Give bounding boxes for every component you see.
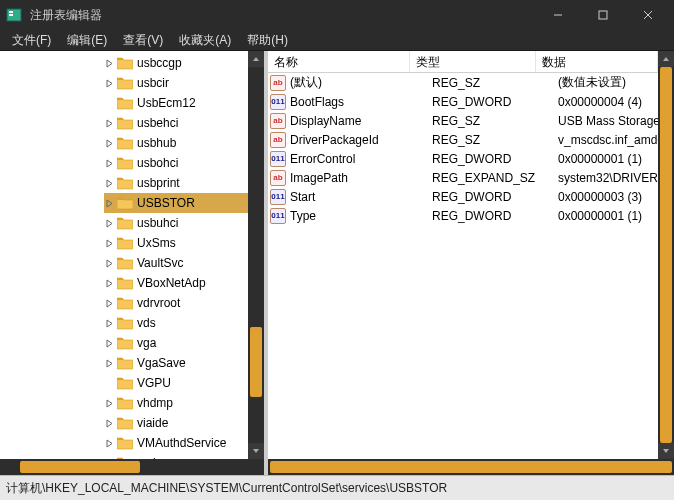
- list-pane: 名称 类型 数据 ab(默认)REG_SZ(数值未设置)011BootFlags…: [268, 51, 674, 475]
- expand-icon[interactable]: [104, 378, 115, 389]
- tree-item[interactable]: viaide: [104, 413, 248, 433]
- list-row[interactable]: ab(默认)REG_SZ(数值未设置): [268, 73, 658, 92]
- scroll-up-icon[interactable]: [658, 51, 674, 67]
- svg-rect-4: [599, 11, 607, 19]
- tree-horizontal-scrollbar[interactable]: [0, 459, 264, 475]
- value-type: REG_SZ: [432, 76, 558, 90]
- list-horizontal-scrollbar[interactable]: [268, 459, 674, 475]
- list-row[interactable]: 011TypeREG_DWORD0x00000001 (1): [268, 206, 658, 225]
- expand-icon[interactable]: [104, 258, 115, 269]
- column-header-data[interactable]: 数据: [536, 51, 658, 72]
- menu-file[interactable]: 文件(F): [4, 30, 59, 51]
- value-data: USB Mass Storage Driv: [558, 114, 658, 128]
- tree-item-label: vds: [137, 316, 156, 330]
- tree-item-label: viaide: [137, 416, 168, 430]
- tree-item[interactable]: vhdmp: [104, 393, 248, 413]
- value-type: REG_SZ: [432, 133, 558, 147]
- list-vertical-scrollbar[interactable]: [658, 51, 674, 459]
- tree-item-label: usbprint: [137, 176, 180, 190]
- tree-item-label: UsbEcm12: [137, 96, 196, 110]
- menu-edit[interactable]: 编辑(E): [59, 30, 115, 51]
- list-row[interactable]: 011ErrorControlREG_DWORD0x00000001 (1): [268, 149, 658, 168]
- list-row[interactable]: abDriverPackageIdREG_SZv_mscdsc.inf_amd6…: [268, 130, 658, 149]
- scroll-up-icon[interactable]: [248, 51, 264, 67]
- tree-item[interactable]: vdrvroot: [104, 293, 248, 313]
- value-data: (数值未设置): [558, 74, 658, 91]
- tree-item[interactable]: VaultSvc: [104, 253, 248, 273]
- svg-marker-21: [107, 360, 112, 367]
- string-value-icon: ab: [270, 132, 286, 148]
- tree-item[interactable]: VBoxNetAdp: [104, 273, 248, 293]
- expand-icon[interactable]: [104, 98, 115, 109]
- tree-item[interactable]: VMAuthdService: [104, 433, 248, 453]
- expand-icon[interactable]: [104, 158, 115, 169]
- expand-icon[interactable]: [104, 358, 115, 369]
- tree-item-label: usbccgp: [137, 56, 182, 70]
- column-header-type[interactable]: 类型: [410, 51, 536, 72]
- expand-icon[interactable]: [104, 298, 115, 309]
- tree-view[interactable]: usbccgpusbcirUsbEcm12usbehciusbhubusbohc…: [0, 51, 248, 459]
- expand-icon[interactable]: [104, 198, 115, 209]
- tree-item[interactable]: USBSTOR: [104, 193, 248, 213]
- scrollbar-thumb[interactable]: [660, 67, 672, 443]
- app-icon: [4, 5, 24, 25]
- list-row[interactable]: abImagePathREG_EXPAND_SZsystem32\DRIVERS…: [268, 168, 658, 187]
- tree-item[interactable]: usbcir: [104, 73, 248, 93]
- scroll-down-icon[interactable]: [248, 443, 264, 459]
- expand-icon[interactable]: [104, 398, 115, 409]
- svg-marker-19: [107, 320, 112, 327]
- list-view[interactable]: ab(默认)REG_SZ(数值未设置)011BootFlagsREG_DWORD…: [268, 73, 658, 459]
- tree-item-label: VMAuthdService: [137, 436, 226, 450]
- scroll-down-icon[interactable]: [658, 443, 674, 459]
- scrollbar-thumb[interactable]: [270, 461, 672, 473]
- tree-pane: usbccgpusbcirUsbEcm12usbehciusbhubusbohc…: [0, 51, 268, 475]
- column-header-name[interactable]: 名称: [268, 51, 410, 72]
- list-row[interactable]: abDisplayNameREG_SZUSB Mass Storage Driv: [268, 111, 658, 130]
- expand-icon[interactable]: [104, 78, 115, 89]
- scrollbar-thumb[interactable]: [250, 327, 262, 397]
- tree-item[interactable]: UxSms: [104, 233, 248, 253]
- expand-icon[interactable]: [104, 238, 115, 249]
- tree-item[interactable]: VgaSave: [104, 353, 248, 373]
- maximize-button[interactable]: [580, 0, 625, 30]
- tree-item[interactable]: usbuhci: [104, 213, 248, 233]
- value-data: v_mscdsc.inf_amd64_n: [558, 133, 658, 147]
- tree-item[interactable]: UsbEcm12: [104, 93, 248, 113]
- list-row[interactable]: 011StartREG_DWORD0x00000003 (3): [268, 187, 658, 206]
- expand-icon[interactable]: [104, 118, 115, 129]
- tree-item-label: vdrvroot: [137, 296, 180, 310]
- value-data: 0x00000003 (3): [558, 190, 658, 204]
- binary-value-icon: 011: [270, 94, 286, 110]
- string-value-icon: ab: [270, 75, 286, 91]
- expand-icon[interactable]: [104, 218, 115, 229]
- value-name: ImagePath: [290, 171, 432, 185]
- expand-icon[interactable]: [104, 58, 115, 69]
- expand-icon[interactable]: [104, 318, 115, 329]
- binary-value-icon: 011: [270, 189, 286, 205]
- expand-icon[interactable]: [104, 138, 115, 149]
- svg-marker-20: [107, 340, 112, 347]
- menu-help[interactable]: 帮助(H): [239, 30, 296, 51]
- expand-icon[interactable]: [104, 418, 115, 429]
- expand-icon[interactable]: [104, 278, 115, 289]
- value-name: BootFlags: [290, 95, 432, 109]
- expand-icon[interactable]: [104, 178, 115, 189]
- svg-marker-29: [663, 57, 669, 61]
- tree-item[interactable]: usbccgp: [104, 53, 248, 73]
- menu-favorites[interactable]: 收藏夹(A): [171, 30, 239, 51]
- tree-vertical-scrollbar[interactable]: [248, 51, 264, 459]
- expand-icon[interactable]: [104, 338, 115, 349]
- tree-item[interactable]: usbprint: [104, 173, 248, 193]
- close-button[interactable]: [625, 0, 670, 30]
- list-row[interactable]: 011BootFlagsREG_DWORD0x00000004 (4): [268, 92, 658, 111]
- menu-view[interactable]: 查看(V): [115, 30, 171, 51]
- tree-item[interactable]: usbehci: [104, 113, 248, 133]
- tree-item[interactable]: VGPU: [104, 373, 248, 393]
- scrollbar-thumb[interactable]: [20, 461, 140, 473]
- tree-item[interactable]: usbohci: [104, 153, 248, 173]
- tree-item[interactable]: vga: [104, 333, 248, 353]
- tree-item[interactable]: vds: [104, 313, 248, 333]
- expand-icon[interactable]: [104, 438, 115, 449]
- minimize-button[interactable]: [535, 0, 580, 30]
- tree-item[interactable]: usbhub: [104, 133, 248, 153]
